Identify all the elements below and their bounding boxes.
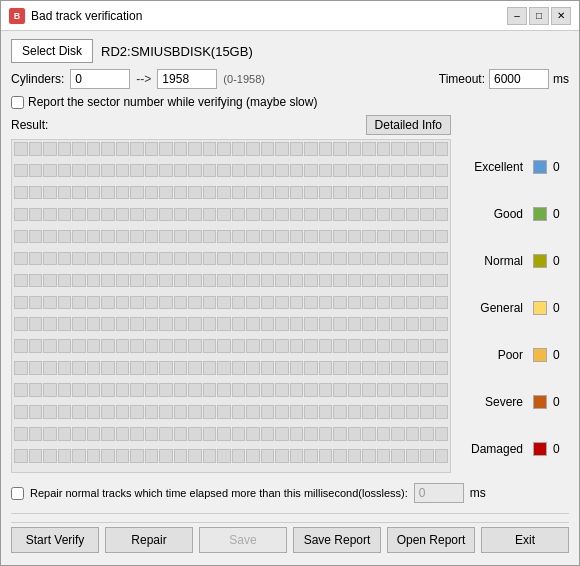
- grid-cell: [261, 449, 275, 463]
- legend-count-1: 0: [553, 207, 569, 221]
- legend-label-6: Damaged: [459, 442, 527, 456]
- grid-cell: [377, 186, 391, 200]
- grid-cell: [261, 317, 275, 331]
- grid-cell: [145, 449, 159, 463]
- grid-cell: [188, 208, 202, 222]
- start-verify-button[interactable]: Start Verify: [11, 527, 99, 553]
- grid-cell: [377, 142, 391, 156]
- grid-cell: [246, 449, 260, 463]
- open-report-button[interactable]: Open Report: [387, 527, 475, 553]
- grid-cell: [217, 230, 231, 244]
- grid-cell: [145, 208, 159, 222]
- grid-cell: [377, 361, 391, 375]
- grid-cell: [203, 208, 217, 222]
- grid-cell: [130, 317, 144, 331]
- grid-cell: [319, 427, 333, 441]
- grid-cell: [406, 361, 420, 375]
- grid-cell: [43, 339, 57, 353]
- grid-cell: [377, 339, 391, 353]
- grid-cell: [333, 405, 347, 419]
- grid-cell: [159, 142, 173, 156]
- grid-cell: [116, 317, 130, 331]
- grid-cell: [304, 230, 318, 244]
- maximize-button[interactable]: □: [529, 7, 549, 25]
- grid-cell: [362, 252, 376, 266]
- grid-cell: [391, 383, 405, 397]
- grid-cell: [217, 317, 231, 331]
- grid-cell: [406, 317, 420, 331]
- grid-cell: [188, 252, 202, 266]
- grid-cell: [391, 449, 405, 463]
- grid-cell: [406, 449, 420, 463]
- detailed-info-button[interactable]: Detailed Info: [366, 115, 451, 135]
- grid-cell: [29, 296, 43, 310]
- grid-cell: [188, 427, 202, 441]
- grid-cell: [435, 361, 449, 375]
- close-button[interactable]: ✕: [551, 7, 571, 25]
- grid-cell: [188, 361, 202, 375]
- grid-cell: [203, 449, 217, 463]
- save-button[interactable]: Save: [199, 527, 287, 553]
- grid-cell: [261, 361, 275, 375]
- grid-cell: [159, 317, 173, 331]
- grid-cell: [232, 317, 246, 331]
- grid-cell: [72, 142, 86, 156]
- grid-cell: [87, 339, 101, 353]
- exit-button[interactable]: Exit: [481, 527, 569, 553]
- grid-cell: [261, 274, 275, 288]
- repair-button[interactable]: Repair: [105, 527, 193, 553]
- sector-checkbox[interactable]: [11, 96, 24, 109]
- grid-cell: [348, 186, 362, 200]
- grid-cell: [203, 405, 217, 419]
- grid-cell: [391, 230, 405, 244]
- grid-cell: [304, 317, 318, 331]
- grid-cell: [391, 274, 405, 288]
- result-label: Result:: [11, 118, 48, 132]
- repair-checkbox[interactable]: [11, 487, 24, 500]
- grid-cell: [377, 230, 391, 244]
- grid-cell: [348, 274, 362, 288]
- select-disk-button[interactable]: Select Disk: [11, 39, 93, 63]
- grid-cell: [188, 164, 202, 178]
- grid-cell: [420, 405, 434, 419]
- grid-cell: [29, 274, 43, 288]
- grid-cell: [72, 296, 86, 310]
- save-report-button[interactable]: Save Report: [293, 527, 381, 553]
- grid-cell: [275, 252, 289, 266]
- legend-label-2: Normal: [459, 254, 527, 268]
- grid-cell: [14, 230, 28, 244]
- cylinders-from-input[interactable]: [70, 69, 130, 89]
- grid-cell: [377, 164, 391, 178]
- repair-ms-input[interactable]: [414, 483, 464, 503]
- grid-cell: [58, 186, 72, 200]
- grid-cell: [290, 449, 304, 463]
- minimize-button[interactable]: –: [507, 7, 527, 25]
- grid-cell: [174, 186, 188, 200]
- cylinders-to-input[interactable]: [157, 69, 217, 89]
- grid-cell: [159, 361, 173, 375]
- grid-cell: [304, 361, 318, 375]
- result-section: Result: Detailed Info: [11, 115, 451, 473]
- grid-cell: [261, 339, 275, 353]
- grid-cell: [435, 317, 449, 331]
- grid-cell: [333, 164, 347, 178]
- grid-cell: [101, 449, 115, 463]
- legend-count-4: 0: [553, 348, 569, 362]
- grid-cell: [435, 230, 449, 244]
- grid-cell: [406, 427, 420, 441]
- grid-cell: [275, 296, 289, 310]
- grid-cell: [43, 142, 57, 156]
- grid-cell: [217, 361, 231, 375]
- grid-cell: [377, 449, 391, 463]
- timeout-input[interactable]: [489, 69, 549, 89]
- grid-cell: [72, 405, 86, 419]
- grid-cell: [319, 405, 333, 419]
- grid-cell: [43, 317, 57, 331]
- grid-cell: [275, 274, 289, 288]
- grid-cell: [116, 186, 130, 200]
- grid-cell: [232, 142, 246, 156]
- grid-cell: [377, 274, 391, 288]
- grid-cell: [159, 296, 173, 310]
- grid-cell: [290, 230, 304, 244]
- grid-cell: [435, 339, 449, 353]
